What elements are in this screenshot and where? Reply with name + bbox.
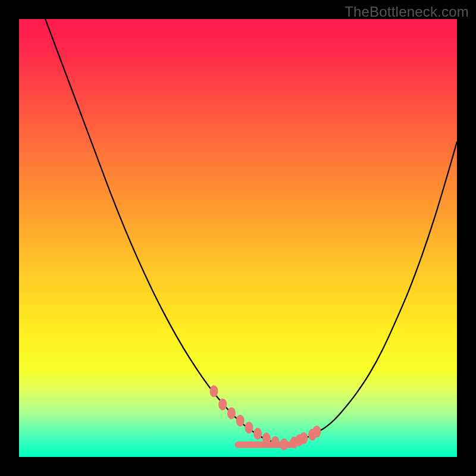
watermark-text: TheBottleneck.com xyxy=(345,4,469,20)
marker-point xyxy=(245,422,253,434)
marker-point xyxy=(253,428,262,440)
marker-point xyxy=(280,439,288,450)
left-curve xyxy=(45,19,281,444)
marker-point xyxy=(262,433,271,444)
right-curve xyxy=(282,142,457,444)
marker-point xyxy=(299,432,308,444)
marker-point xyxy=(236,415,245,427)
marker-point xyxy=(218,399,227,411)
marker-point xyxy=(210,386,218,397)
marker-point xyxy=(312,425,321,437)
marker-point xyxy=(271,436,280,448)
plot-area xyxy=(19,19,457,457)
marker-point xyxy=(227,407,236,419)
outer-frame: TheBottleneck.com xyxy=(0,0,476,476)
curve-layer xyxy=(19,19,457,457)
